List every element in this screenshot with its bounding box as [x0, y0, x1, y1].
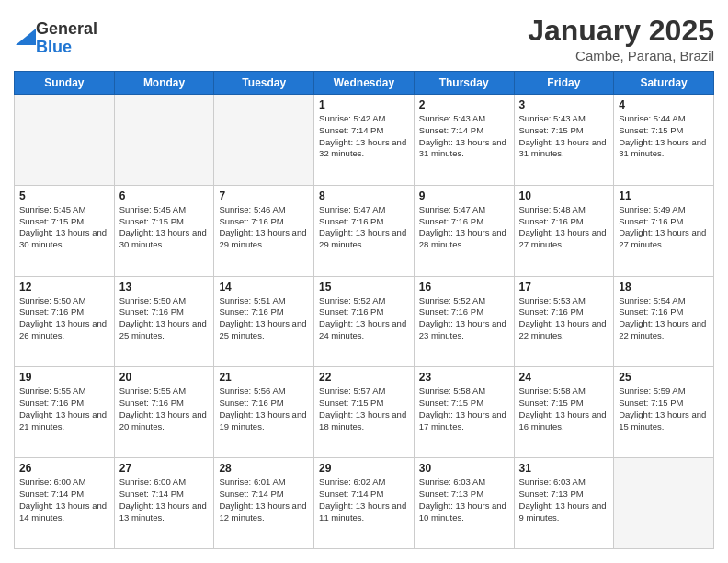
cell-info: Sunrise: 5:55 AM Sunset: 7:16 PM Dayligh… [119, 385, 210, 432]
logo: General Blue [14, 20, 97, 57]
calendar-cell [114, 95, 214, 186]
cell-info: Sunrise: 5:48 AM Sunset: 7:16 PM Dayligh… [519, 204, 609, 251]
cell-info: Sunrise: 5:43 AM Sunset: 7:15 PM Dayligh… [519, 113, 609, 160]
day-number: 2 [419, 98, 509, 111]
logo-icon [16, 29, 36, 45]
day-number: 6 [119, 190, 210, 202]
calendar-week-1: 5Sunrise: 5:45 AM Sunset: 7:15 PM Daylig… [15, 185, 714, 276]
col-friday: Friday [514, 72, 614, 95]
calendar-cell: 10Sunrise: 5:48 AM Sunset: 7:16 PM Dayli… [514, 185, 614, 276]
logo-blue: Blue [36, 38, 72, 56]
cell-info: Sunrise: 5:44 AM Sunset: 7:15 PM Dayligh… [619, 113, 709, 160]
calendar-cell [614, 458, 714, 549]
day-number: 5 [19, 190, 109, 202]
calendar-page: General Blue January 2025 Cambe, Parana,… [0, 0, 728, 563]
day-number: 30 [419, 462, 509, 475]
calendar-cell: 8Sunrise: 5:47 AM Sunset: 7:16 PM Daylig… [314, 185, 415, 276]
cell-info: Sunrise: 5:54 AM Sunset: 7:16 PM Dayligh… [619, 295, 709, 342]
day-number: 26 [19, 462, 109, 475]
header-row: Sunday Monday Tuesday Wednesday Thursday… [15, 72, 714, 95]
cell-info: Sunrise: 6:03 AM Sunset: 7:13 PM Dayligh… [419, 477, 509, 523]
month-title: January 2025 [528, 14, 714, 48]
cell-info: Sunrise: 5:51 AM Sunset: 7:16 PM Dayligh… [219, 295, 309, 342]
calendar-cell [214, 95, 314, 186]
cell-info: Sunrise: 6:03 AM Sunset: 7:13 PM Dayligh… [519, 477, 609, 523]
col-monday: Monday [114, 72, 214, 95]
calendar-cell: 6Sunrise: 5:45 AM Sunset: 7:15 PM Daylig… [114, 185, 214, 276]
day-number: 23 [419, 371, 509, 384]
day-number: 8 [319, 190, 409, 202]
calendar-cell: 18Sunrise: 5:54 AM Sunset: 7:16 PM Dayli… [614, 276, 714, 367]
calendar-cell: 17Sunrise: 5:53 AM Sunset: 7:16 PM Dayli… [514, 276, 614, 367]
day-number: 11 [619, 190, 709, 202]
day-number: 4 [619, 98, 709, 111]
calendar-cell: 11Sunrise: 5:49 AM Sunset: 7:16 PM Dayli… [614, 185, 714, 276]
day-number: 17 [519, 281, 609, 293]
day-number: 7 [219, 190, 309, 202]
calendar-cell: 23Sunrise: 5:58 AM Sunset: 7:15 PM Dayli… [414, 367, 514, 458]
col-sunday: Sunday [15, 72, 115, 95]
calendar-cell [15, 95, 115, 186]
calendar-week-4: 26Sunrise: 6:00 AM Sunset: 7:14 PM Dayli… [15, 458, 714, 549]
calendar-week-3: 19Sunrise: 5:55 AM Sunset: 7:16 PM Dayli… [15, 367, 714, 458]
day-number: 14 [219, 281, 309, 293]
calendar-cell: 26Sunrise: 6:00 AM Sunset: 7:14 PM Dayli… [15, 458, 115, 549]
day-number: 28 [219, 462, 309, 475]
calendar-cell: 15Sunrise: 5:52 AM Sunset: 7:16 PM Dayli… [314, 276, 415, 367]
col-tuesday: Tuesday [214, 72, 314, 95]
cell-info: Sunrise: 6:01 AM Sunset: 7:14 PM Dayligh… [219, 477, 309, 523]
calendar-cell: 22Sunrise: 5:57 AM Sunset: 7:15 PM Dayli… [314, 367, 415, 458]
cell-info: Sunrise: 6:02 AM Sunset: 7:14 PM Dayligh… [319, 477, 409, 523]
calendar-cell: 12Sunrise: 5:50 AM Sunset: 7:16 PM Dayli… [15, 276, 115, 367]
cell-info: Sunrise: 5:58 AM Sunset: 7:15 PM Dayligh… [519, 385, 609, 432]
calendar-cell: 20Sunrise: 5:55 AM Sunset: 7:16 PM Dayli… [114, 367, 214, 458]
day-number: 13 [119, 281, 210, 293]
calendar-cell: 24Sunrise: 5:58 AM Sunset: 7:15 PM Dayli… [514, 367, 614, 458]
calendar-cell: 25Sunrise: 5:59 AM Sunset: 7:15 PM Dayli… [614, 367, 714, 458]
location: Cambe, Parana, Brazil [528, 48, 714, 63]
calendar-cell: 21Sunrise: 5:56 AM Sunset: 7:16 PM Dayli… [214, 367, 314, 458]
col-saturday: Saturday [614, 72, 714, 95]
day-number: 19 [19, 371, 109, 384]
cell-info: Sunrise: 5:53 AM Sunset: 7:16 PM Dayligh… [519, 295, 609, 342]
cell-info: Sunrise: 5:56 AM Sunset: 7:16 PM Dayligh… [219, 385, 309, 432]
logo-text: General Blue [36, 20, 97, 57]
calendar-week-2: 12Sunrise: 5:50 AM Sunset: 7:16 PM Dayli… [15, 276, 714, 367]
cell-info: Sunrise: 5:49 AM Sunset: 7:16 PM Dayligh… [619, 204, 709, 251]
calendar-cell: 13Sunrise: 5:50 AM Sunset: 7:16 PM Dayli… [114, 276, 214, 367]
cell-info: Sunrise: 5:47 AM Sunset: 7:16 PM Dayligh… [319, 204, 409, 251]
title-block: January 2025 Cambe, Parana, Brazil [528, 14, 714, 63]
calendar-cell: 30Sunrise: 6:03 AM Sunset: 7:13 PM Dayli… [414, 458, 514, 549]
cell-info: Sunrise: 5:46 AM Sunset: 7:16 PM Dayligh… [219, 204, 309, 251]
calendar-table: Sunday Monday Tuesday Wednesday Thursday… [14, 71, 714, 549]
cell-info: Sunrise: 5:50 AM Sunset: 7:16 PM Dayligh… [119, 295, 210, 342]
calendar-cell: 19Sunrise: 5:55 AM Sunset: 7:16 PM Dayli… [15, 367, 115, 458]
calendar-cell: 31Sunrise: 6:03 AM Sunset: 7:13 PM Dayli… [514, 458, 614, 549]
day-number: 10 [519, 190, 609, 202]
svg-marker-0 [16, 29, 36, 45]
day-number: 3 [519, 98, 609, 111]
calendar-cell: 28Sunrise: 6:01 AM Sunset: 7:14 PM Dayli… [214, 458, 314, 549]
day-number: 18 [619, 281, 709, 293]
cell-info: Sunrise: 5:59 AM Sunset: 7:15 PM Dayligh… [619, 385, 709, 432]
day-number: 22 [319, 371, 409, 384]
col-thursday: Thursday [414, 72, 514, 95]
calendar-week-0: 1Sunrise: 5:42 AM Sunset: 7:14 PM Daylig… [15, 95, 714, 186]
calendar-cell: 9Sunrise: 5:47 AM Sunset: 7:16 PM Daylig… [414, 185, 514, 276]
day-number: 1 [319, 98, 409, 111]
cell-info: Sunrise: 5:57 AM Sunset: 7:15 PM Dayligh… [319, 385, 409, 432]
day-number: 31 [519, 462, 609, 475]
day-number: 9 [419, 190, 509, 202]
cell-info: Sunrise: 5:45 AM Sunset: 7:15 PM Dayligh… [19, 204, 109, 251]
day-number: 12 [19, 281, 109, 293]
header: General Blue January 2025 Cambe, Parana,… [14, 14, 714, 63]
calendar-cell: 14Sunrise: 5:51 AM Sunset: 7:16 PM Dayli… [214, 276, 314, 367]
cell-info: Sunrise: 6:00 AM Sunset: 7:14 PM Dayligh… [19, 477, 109, 523]
day-number: 24 [519, 371, 609, 384]
cell-info: Sunrise: 6:00 AM Sunset: 7:14 PM Dayligh… [119, 477, 210, 523]
calendar-cell: 3Sunrise: 5:43 AM Sunset: 7:15 PM Daylig… [514, 95, 614, 186]
cell-info: Sunrise: 5:47 AM Sunset: 7:16 PM Dayligh… [419, 204, 509, 251]
day-number: 16 [419, 281, 509, 293]
calendar-cell: 16Sunrise: 5:52 AM Sunset: 7:16 PM Dayli… [414, 276, 514, 367]
cell-info: Sunrise: 5:58 AM Sunset: 7:15 PM Dayligh… [419, 385, 509, 432]
